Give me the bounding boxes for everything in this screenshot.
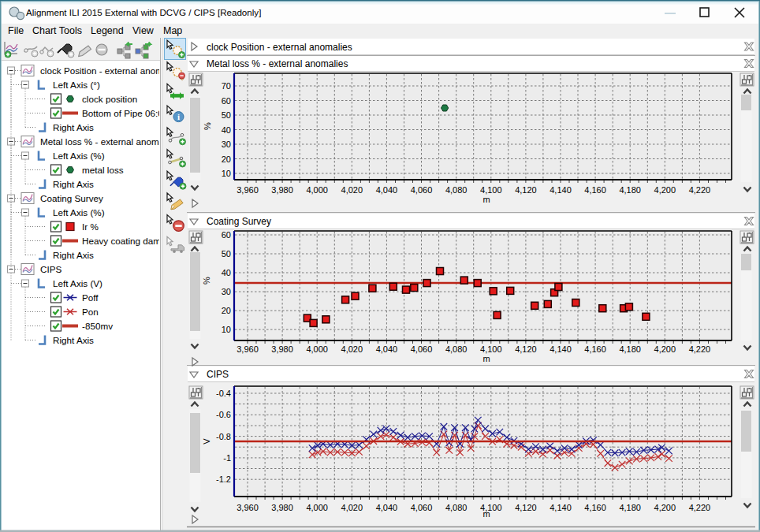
svg-text:clock Position - external anom: clock Position - external anomali — [40, 65, 173, 76]
svg-text:4,020: 4,020 — [341, 185, 363, 195]
svg-text:4,080: 4,080 — [445, 185, 468, 195]
svg-text:m: m — [482, 509, 490, 519]
svg-text:Right Axis: Right Axis — [53, 335, 94, 345]
svg-text:4,180: 4,180 — [619, 344, 641, 354]
svg-text:4,120: 4,120 — [515, 185, 537, 195]
svg-text:m: m — [482, 195, 490, 204]
svg-text:Coating Survey: Coating Survey — [40, 193, 103, 203]
svg-text:4,100: 4,100 — [480, 185, 502, 195]
svg-text:4,080: 4,080 — [445, 503, 468, 512]
svg-text:Metal loss % - external anomal: Metal loss % - external anomalie — [40, 136, 173, 147]
svg-text:Poff: Poff — [82, 292, 99, 303]
svg-text:4,140: 4,140 — [550, 503, 572, 512]
svg-text:4,000: 4,000 — [306, 185, 328, 195]
svg-text:Alignment ILI 2015 External wi: Alignment ILI 2015 External with DCVG / … — [26, 7, 261, 17]
svg-text:4,160: 4,160 — [584, 344, 606, 354]
svg-text:3,980: 3,980 — [271, 503, 293, 512]
svg-text:%: % — [203, 122, 212, 130]
svg-text:Left Axis (%): Left Axis (%) — [53, 207, 105, 218]
svg-text:CIPS: CIPS — [40, 264, 61, 274]
svg-text:4,040: 4,040 — [376, 344, 398, 354]
svg-text:File: File — [8, 25, 24, 36]
svg-text:40: 40 — [222, 125, 231, 135]
svg-text:4,000: 4,000 — [306, 503, 328, 512]
svg-text:4,220: 4,220 — [689, 185, 711, 195]
svg-text:4,080: 4,080 — [445, 344, 468, 354]
svg-text:View: View — [132, 25, 155, 36]
svg-text:Coating Survey: Coating Survey — [207, 216, 271, 227]
svg-text:70: 70 — [222, 81, 231, 91]
svg-text:Right Axis: Right Axis — [53, 122, 94, 132]
svg-text:Bottom of Pipe 06:00: Bottom of Pipe 06:00 — [82, 108, 169, 118]
svg-text:4,160: 4,160 — [584, 503, 606, 512]
svg-text:3,960: 3,960 — [237, 503, 259, 512]
svg-text:4,020: 4,020 — [341, 503, 363, 512]
svg-text:-1.2: -1.2 — [216, 474, 231, 484]
svg-text:4,140: 4,140 — [550, 185, 572, 195]
svg-text:4,120: 4,120 — [515, 344, 537, 354]
svg-text:40: 40 — [222, 268, 231, 277]
svg-text:4,180: 4,180 — [619, 185, 641, 195]
svg-text:50: 50 — [222, 110, 231, 120]
svg-text:-0.8: -0.8 — [216, 432, 231, 441]
svg-text:4,160: 4,160 — [584, 185, 606, 195]
svg-text:CIPS: CIPS — [207, 369, 229, 380]
svg-text:4,060: 4,060 — [411, 185, 433, 195]
svg-text:30: 30 — [222, 287, 231, 296]
svg-text:4,060: 4,060 — [411, 503, 433, 512]
svg-text:50: 50 — [222, 249, 231, 259]
svg-text:60: 60 — [222, 96, 231, 106]
svg-text:10: 10 — [222, 169, 231, 178]
svg-text:Chart Tools: Chart Tools — [32, 25, 82, 36]
svg-text:4,200: 4,200 — [654, 185, 676, 195]
svg-text:4,000: 4,000 — [306, 344, 328, 354]
svg-text:i: i — [177, 112, 180, 121]
svg-text:clock position: clock position — [82, 94, 137, 104]
svg-text:-0.4: -0.4 — [216, 389, 231, 398]
svg-text:20: 20 — [222, 154, 231, 164]
svg-text:%: % — [202, 277, 211, 285]
svg-text:Left Axis (V): Left Axis (V) — [53, 278, 102, 288]
svg-text:V: V — [202, 438, 211, 445]
svg-text:3,960: 3,960 — [237, 344, 259, 354]
svg-text:m: m — [482, 354, 490, 363]
svg-text:Left Axis (%): Left Axis (%) — [53, 151, 105, 161]
svg-text:-0.6: -0.6 — [216, 410, 231, 419]
svg-text:Metal loss % - external anomal: Metal loss % - external anomalies — [207, 58, 348, 69]
svg-text:60: 60 — [222, 230, 231, 240]
svg-text:30: 30 — [222, 140, 231, 149]
svg-text:Right Axis: Right Axis — [53, 250, 94, 260]
svg-text:10: 10 — [222, 325, 231, 334]
svg-text:4,120: 4,120 — [515, 503, 537, 512]
svg-text:4,220: 4,220 — [689, 503, 711, 512]
svg-text:metal loss: metal loss — [82, 165, 124, 175]
svg-text:Left Axis (°): Left Axis (°) — [53, 80, 100, 90]
svg-text:3,980: 3,980 — [271, 185, 293, 195]
svg-text:4,100: 4,100 — [480, 344, 502, 354]
svg-text:Map: Map — [163, 25, 182, 36]
svg-text:Heavy coating dama: Heavy coating dama — [82, 236, 166, 246]
svg-text:Ir %: Ir % — [82, 221, 99, 232]
svg-text:4,200: 4,200 — [654, 503, 676, 512]
svg-text:clock Position - external anom: clock Position - external anomalies — [207, 42, 352, 53]
svg-text:4,040: 4,040 — [376, 185, 398, 195]
svg-text:Legend: Legend — [91, 25, 124, 36]
svg-text:20: 20 — [222, 306, 231, 315]
svg-text:-1: -1 — [223, 453, 231, 463]
svg-text:-850mv: -850mv — [82, 321, 113, 331]
svg-text:3,960: 3,960 — [237, 185, 259, 195]
svg-text:4,060: 4,060 — [411, 344, 433, 354]
svg-text:4,020: 4,020 — [341, 344, 363, 354]
svg-text:3,980: 3,980 — [271, 344, 293, 354]
svg-text:4,220: 4,220 — [689, 344, 711, 354]
svg-text:4,040: 4,040 — [376, 503, 398, 512]
svg-text:4,140: 4,140 — [550, 344, 572, 354]
svg-text:4,200: 4,200 — [654, 344, 676, 354]
svg-text:Pon: Pon — [82, 307, 99, 317]
svg-text:Right Axis: Right Axis — [53, 179, 94, 189]
svg-text:4,180: 4,180 — [619, 503, 641, 512]
